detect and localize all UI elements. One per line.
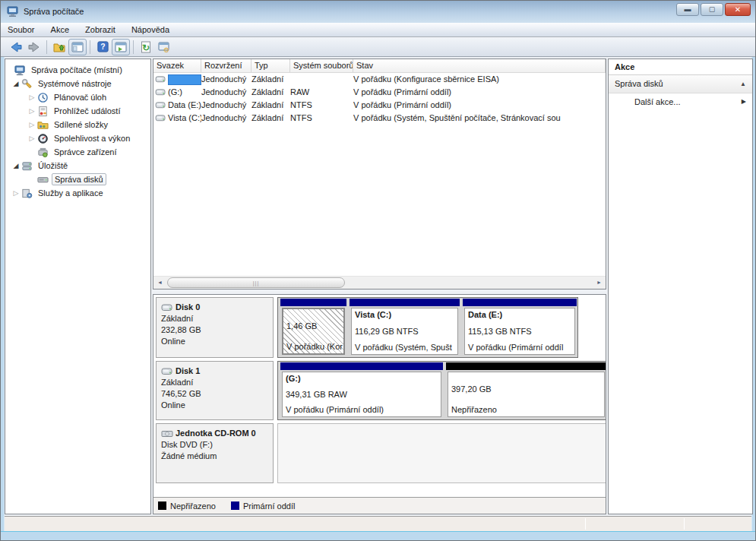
partition-status: V pořádku (Primární oddíl) [286, 405, 438, 415]
selected-volume-name-box[interactable] [168, 74, 201, 85]
tree-item-storage[interactable]: ◢ Úložiště [5, 159, 150, 172]
tree-item-disk-management[interactable]: Správa disků [5, 172, 150, 186]
partition-size: 397,20 GB [451, 384, 601, 394]
computer-icon [14, 65, 26, 76]
column-rozvrzeni[interactable]: Rozvržení [201, 59, 251, 72]
toolbar-separator [133, 40, 134, 54]
tree-item-task-scheduler[interactable]: ▷ Plánovač úloh [5, 90, 150, 104]
actions-section-label: Správa disků [615, 75, 663, 93]
collapsed-arrow-icon[interactable]: ▷ [28, 107, 36, 115]
column-svazek[interactable]: Svazek [153, 59, 201, 72]
collapsed-arrow-icon[interactable]: ▷ [28, 134, 36, 142]
volume-list-header: Svazek Rozvržení Typ Systém souborů Stav [153, 59, 606, 73]
tree-item-label: Sdílené složky [52, 119, 110, 130]
partition-unallocated[interactable]: 397,20 GB Nepřiřazeno [445, 362, 606, 419]
disk1-band: (G:) 349,31 GB RAW V pořádku (Primární o… [277, 361, 606, 420]
collapsed-arrow-icon[interactable]: ▷ [28, 121, 36, 128]
volume-row-vista-c[interactable]: Vista (C:) Jednoduchý Základní NTFS V po… [153, 112, 606, 125]
volume-status: V pořádku (Primární oddíl) [353, 86, 606, 99]
volume-icon [155, 114, 166, 122]
partition-vista-c[interactable]: Vista (C:) 116,29 GB NTFS V pořádku (Sys… [349, 298, 460, 357]
maximize-button[interactable]: ▢ [701, 3, 723, 16]
back-icon [9, 40, 23, 54]
cdrom-band [277, 423, 606, 483]
tree-item-system-tools[interactable]: ◢ Systémové nástroje [5, 77, 150, 90]
minimize-button[interactable]: ▬ [676, 3, 699, 16]
close-button[interactable]: ✕ [725, 3, 751, 16]
disk1-row: Disk 1 Základní 746,52 GB Online (G:) 34… [156, 361, 605, 420]
console-window-button[interactable] [155, 39, 173, 55]
disk0-label-box[interactable]: Disk 0 Základní 232,88 GB Online [156, 297, 274, 358]
unallocated-color-swatch [158, 501, 166, 510]
volume-layout: Jednoduchý [201, 86, 251, 99]
menu-zobrazit[interactable]: Zobrazit [78, 23, 122, 36]
legend-unallocated: Nepřiřazeno [158, 501, 216, 511]
volume-fs [290, 73, 353, 86]
menu-akce[interactable]: Akce [44, 23, 76, 36]
export-list-icon [52, 40, 66, 54]
collapsed-arrow-icon[interactable]: ▷ [12, 189, 20, 197]
volume-row-g[interactable]: (G:) Jednoduchý Základní RAW V pořádku (… [153, 86, 606, 99]
window-title: Správa počítače [24, 1, 84, 22]
primary-partition-bar [463, 299, 577, 306]
show-action-pane-button[interactable] [112, 39, 130, 55]
shared-folders-icon [37, 119, 49, 131]
export-list-button[interactable] [50, 39, 68, 55]
collapse-arrow-icon[interactable]: ▲ [740, 75, 746, 93]
volume-name: Data (E:) [168, 99, 201, 112]
device-manager-icon [37, 147, 49, 158]
menu-soubor[interactable]: Soubor [1, 23, 41, 36]
cdrom-icon [161, 429, 173, 438]
status-bar [5, 516, 751, 531]
expanded-arrow-icon[interactable]: ◢ [12, 80, 20, 87]
tree-item-label-selected: Správa disků [52, 173, 106, 185]
cdrom-row: Jednotka CD-ROM 0 Disk DVD (F:) Žádné mé… [156, 423, 605, 483]
tree-item-reliability-performance[interactable]: ▷ Spolehlivost a výkon [5, 131, 150, 145]
disk0-band: 1,46 GB V pořádku (Kor Vista (C:) 116,29… [277, 297, 578, 358]
more-actions-item[interactable]: Další akce... ▶ [609, 93, 752, 110]
collapsed-arrow-icon[interactable]: ▷ [28, 93, 36, 101]
volume-icon [155, 75, 166, 84]
scroll-left-arrow[interactable]: ◄ [153, 277, 166, 289]
back-button[interactable] [7, 39, 25, 55]
show-console-tree-button[interactable] [68, 39, 87, 55]
volume-row-eisa[interactable]: Jednoduchý Základní V pořádku (Konfigura… [153, 73, 606, 86]
help-button[interactable] [93, 39, 112, 55]
actions-section-disk-management[interactable]: Správa disků ▲ [609, 75, 752, 93]
disk1-label-box[interactable]: Disk 1 Základní 746,52 GB Online [156, 361, 274, 420]
tree-item-shared-folders[interactable]: ▷ Sdílené složky [5, 118, 150, 131]
task-scheduler-icon [37, 92, 49, 103]
horizontal-scrollbar[interactable]: ◄ ||| ► [153, 276, 606, 289]
refresh-button[interactable] [137, 39, 155, 55]
submenu-arrow-icon: ▶ [742, 93, 746, 110]
tree-item-event-viewer[interactable]: ▷ Prohlížeč událostí [5, 104, 150, 118]
disk-state: Online [161, 336, 268, 347]
disk0-row: Disk 0 Základní 232,88 GB Online 1,46 GB… [156, 297, 605, 358]
disk-size: 746,52 GB [161, 388, 268, 400]
volume-fs: NTFS [290, 99, 353, 112]
partition-eisa[interactable]: 1,46 GB V pořádku (Kor [280, 298, 347, 357]
tree-item-device-manager[interactable]: Správce zařízení [5, 145, 150, 159]
scroll-right-arrow[interactable]: ► [593, 277, 606, 289]
tree-item-services-applications[interactable]: ▷ Služby a aplikace [5, 186, 150, 200]
column-system-souboru[interactable]: Systém souborů [290, 59, 353, 72]
scrollbar-thumb[interactable]: ||| [167, 277, 345, 288]
partition-legend: Nepřiřazeno Primární oddíl [153, 497, 606, 514]
column-stav[interactable]: Stav [353, 59, 606, 72]
forward-button[interactable] [25, 39, 43, 55]
partition-status: V pořádku (Systém, Spušt [355, 343, 454, 353]
tree-item-label: Systémové nástroje [36, 78, 114, 89]
column-typ[interactable]: Typ [251, 59, 290, 72]
partition-data-e[interactable]: Data (E:) 115,13 GB NTFS V pořádku (Prim… [462, 298, 577, 357]
cdrom-label-box[interactable]: Jednotka CD-ROM 0 Disk DVD (F:) Žádné mé… [156, 423, 274, 483]
menu-napoveda[interactable]: Nápověda [125, 23, 176, 36]
volume-row-data-e[interactable]: Data (E:) Jednoduchý Základní NTFS V poř… [153, 99, 606, 112]
tree-item-computer-management[interactable]: Správa počítače (místní) [5, 63, 150, 77]
event-viewer-icon [37, 106, 49, 117]
unallocated-bar [446, 362, 606, 370]
console-tree-panel: Správa počítače (místní) ◢ Systémové nás… [5, 59, 151, 514]
partition-g[interactable]: (G:) 349,31 GB RAW V pořádku (Primární o… [280, 362, 444, 419]
expanded-arrow-icon[interactable]: ◢ [12, 162, 20, 169]
help-icon [96, 40, 109, 53]
title-bar[interactable]: Správa počítače ▬ ▢ ✕ [1, 1, 755, 23]
